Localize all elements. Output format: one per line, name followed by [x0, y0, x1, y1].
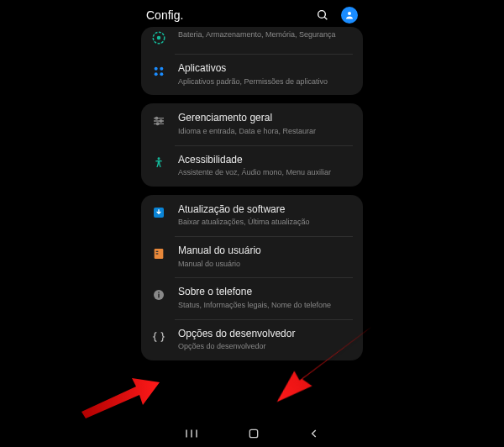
back-icon	[308, 428, 320, 439]
phone-screen: Config. Assistência do dispositivo Bater…	[134, 0, 370, 447]
setting-text: Gerenciamento geral Idioma e entrada, Da…	[178, 112, 353, 136]
svg-point-4	[157, 36, 161, 40]
setting-subtitle: Bateria, Armazenamento, Memória, Seguran…	[178, 30, 353, 40]
svg-point-5	[155, 67, 158, 71]
setting-subtitle: Status, Informações legais, Nome do tele…	[178, 301, 353, 311]
svg-point-0	[318, 11, 326, 18]
settings-section: Gerenciamento geral Idioma e entrada, Da…	[141, 103, 363, 187]
accessibility-icon	[151, 155, 166, 171]
svg-point-2	[348, 12, 351, 15]
device-care-icon	[151, 30, 166, 45]
svg-point-13	[160, 120, 162, 123]
setting-title: Aplicativos	[178, 62, 353, 76]
setting-title: Gerenciamento geral	[178, 112, 353, 125]
nav-home[interactable]	[247, 427, 260, 440]
svg-point-15	[158, 157, 160, 160]
header: Config.	[134, 0, 370, 30]
setting-device-care[interactable]: Assistência do dispositivo Bateria, Arma…	[141, 27, 363, 54]
setting-accessibility[interactable]: Acessibilidade Assistente de voz, Áudio …	[141, 145, 363, 187]
nav-recent[interactable]	[184, 428, 199, 439]
settings-section: Assistência do dispositivo Bateria, Arma…	[141, 27, 363, 95]
setting-apps[interactable]: Aplicativos Aplicativos padrão, Permissõ…	[141, 54, 363, 95]
setting-title: Manual do usuário	[178, 245, 353, 258]
braces-icon	[151, 329, 166, 344]
person-icon	[344, 10, 354, 20]
settings-section: Atualização de software Baixar atualizaç…	[141, 195, 363, 360]
svg-point-8	[160, 72, 163, 76]
header-actions	[316, 7, 358, 24]
svg-rect-18	[156, 251, 159, 252]
page-title: Config.	[146, 8, 316, 22]
svg-point-22	[158, 292, 160, 294]
nav-back[interactable]	[308, 428, 320, 439]
info-icon	[151, 287, 166, 302]
setting-general[interactable]: Gerenciamento geral Idioma e entrada, Da…	[141, 103, 363, 145]
setting-title: Atualização de software	[178, 203, 353, 217]
setting-subtitle: Opções do desenvolvedor	[178, 342, 353, 352]
setting-title: Opções do desenvolvedor	[178, 328, 353, 341]
svg-point-12	[155, 118, 158, 120]
svg-rect-26	[249, 429, 257, 437]
profile-avatar[interactable]	[341, 7, 358, 24]
setting-text: Aplicativos Aplicativos padrão, Permissõ…	[178, 62, 353, 87]
svg-rect-21	[158, 294, 159, 298]
setting-about-phone[interactable]: Sobre o telefone Status, Informações leg…	[141, 277, 363, 318]
setting-text: Assistência do dispositivo Bateria, Arma…	[178, 30, 353, 40]
setting-text: Manual do usuário Manual do usuário	[178, 245, 353, 269]
svg-point-6	[160, 67, 163, 71]
setting-title: Acessibilidade	[178, 154, 353, 167]
setting-software-update[interactable]: Atualização de software Baixar atualizaç…	[141, 195, 363, 236]
setting-subtitle: Manual do usuário	[178, 260, 353, 270]
manual-icon	[151, 246, 166, 261]
apps-icon	[151, 64, 166, 79]
home-icon	[247, 427, 260, 440]
sliders-icon	[151, 113, 166, 129]
svg-line-1	[324, 17, 327, 19]
setting-subtitle: Assistente de voz, Áudio mono, Menu auxi…	[178, 168, 353, 178]
settings-list: Assistência do dispositivo Bateria, Arma…	[134, 27, 370, 360]
setting-text: Atualização de software Baixar atualizaç…	[178, 203, 353, 228]
svg-rect-17	[155, 249, 164, 259]
setting-text: Acessibilidade Assistente de voz, Áudio …	[178, 154, 353, 178]
update-icon	[151, 205, 166, 220]
search-icon	[316, 8, 329, 22]
setting-subtitle: Baixar atualizações, Última atualização	[178, 218, 353, 228]
setting-developer-options[interactable]: Opções do desenvolvedor Opções do desenv…	[141, 319, 363, 360]
setting-text: Sobre o telefone Status, Informações leg…	[178, 286, 353, 310]
setting-title: Sobre o telefone	[178, 286, 353, 299]
svg-point-14	[156, 123, 159, 125]
navigation-bar	[134, 420, 370, 447]
svg-rect-19	[156, 253, 159, 254]
setting-subtitle: Idioma e entrada, Data e hora, Restaurar	[178, 127, 353, 137]
setting-text: Opções do desenvolvedor Opções do desenv…	[178, 328, 353, 352]
search-button[interactable]	[316, 8, 329, 22]
recent-icon	[184, 428, 199, 439]
setting-user-manual[interactable]: Manual do usuário Manual do usuário	[141, 236, 363, 277]
setting-subtitle: Aplicativos padrão, Permissões de aplica…	[178, 77, 353, 87]
svg-point-7	[155, 72, 158, 76]
